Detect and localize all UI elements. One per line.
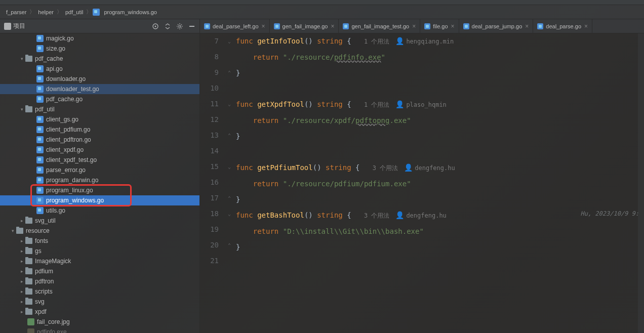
tree-file[interactable]: client_xpdf_test.go <box>0 155 199 165</box>
go-file-icon <box>537 23 543 29</box>
gear-icon[interactable] <box>176 23 183 30</box>
breadcrumb-root[interactable]: f_parser <box>4 9 28 15</box>
close-icon[interactable]: × <box>262 23 265 30</box>
tree-file[interactable]: magick.go <box>0 33 199 44</box>
breadcrumb-file[interactable]: program_windows.go <box>102 9 159 15</box>
editor-scrollbar[interactable] <box>638 33 644 333</box>
locate-icon[interactable] <box>152 23 159 30</box>
folder-label: fonts <box>35 237 48 244</box>
folder-icon <box>25 218 32 224</box>
chevron-right-icon: ▸ <box>19 269 24 274</box>
sidebar-title: 项目 <box>13 22 152 30</box>
image-file-icon <box>27 318 34 325</box>
tree-file[interactable]: pdf_cache.go <box>0 94 199 104</box>
tree-folder[interactable]: ▸xpdf <box>0 307 199 317</box>
tree-folder[interactable]: ▸fonts <box>0 236 199 246</box>
hide-icon[interactable] <box>188 23 195 30</box>
folder-icon <box>25 309 32 315</box>
code-content[interactable]: func getInfoTool() string { 1 个用法👤hengqi… <box>236 33 644 333</box>
tree-file[interactable]: program_darwin.go <box>0 175 199 185</box>
tab[interactable]: gen_fail_image_test.go× <box>339 19 420 33</box>
svg-rect-3 <box>189 26 194 27</box>
tree-file[interactable]: downloader.go <box>0 74 199 84</box>
folder-icon <box>25 268 32 274</box>
tree-folder[interactable]: ▸gs <box>0 246 199 256</box>
tree-folder[interactable]: ▸pdfium <box>0 266 199 276</box>
tab-label: gen_fail_image.go <box>283 23 328 29</box>
tab-label: file.go <box>433 23 448 29</box>
tree-folder[interactable]: ▾pdf_util <box>0 104 199 114</box>
go-file-icon <box>36 86 44 93</box>
chevron-right-icon: ▸ <box>19 259 24 264</box>
tree-file[interactable]: size.go <box>0 44 199 54</box>
folder-label: pdf_cache <box>35 55 63 62</box>
tree-folder[interactable]: ▾pdf_cache <box>0 54 199 64</box>
close-icon[interactable]: × <box>331 23 334 30</box>
file-label: magick.go <box>46 35 74 42</box>
chevron-down-icon: ▾ <box>10 228 15 233</box>
file-label: client_xpdf_test.go <box>46 156 97 163</box>
chevron-right-icon: 〉 <box>85 8 93 16</box>
folder-icon <box>25 288 32 295</box>
file-label: downloader.go <box>46 75 86 82</box>
tree-file[interactable]: program_linux.go <box>0 185 199 195</box>
folder-label: pdfium <box>35 268 53 275</box>
svg-point-1 <box>155 25 156 27</box>
folder-label: scripts <box>35 288 53 295</box>
go-file-icon <box>36 45 44 52</box>
tree-folder[interactable]: ▸scripts <box>0 286 199 297</box>
fold-column[interactable]: ⌄ ⌃ ⌄ ⌃ ⌄ ⌃ ⌄ ⌃ <box>228 33 236 333</box>
folder-label: pdftron <box>35 278 54 285</box>
file-label: client_gs.go <box>46 116 78 123</box>
tree-folder[interactable]: ▾resource <box>0 226 199 236</box>
tree-file[interactable]: client_xpdf.go <box>0 145 199 155</box>
tab[interactable]: deal_parse.go× <box>533 19 592 33</box>
tree-folder[interactable]: ▸pdftron <box>0 276 199 286</box>
folder-icon <box>25 278 32 284</box>
tree-file[interactable]: pdfinfo.exe <box>0 327 199 333</box>
folder-label: resource <box>26 227 50 234</box>
tree-folder[interactable]: ▸ImageMagick <box>0 256 199 266</box>
file-label: downloader_test.go <box>46 86 99 93</box>
tree-file[interactable]: downloader_test.go <box>0 84 199 94</box>
chevron-right-icon: ▸ <box>19 279 24 284</box>
close-icon[interactable]: × <box>451 23 455 30</box>
tree-file[interactable]: fail_core.jpg <box>0 317 199 327</box>
close-icon[interactable]: × <box>412 23 416 30</box>
expand-icon[interactable] <box>164 23 171 30</box>
tab-label: gen_fail_image_test.go <box>351 23 409 29</box>
tree-folder[interactable]: ▸svg_util <box>0 216 199 226</box>
tree-file[interactable]: api.go <box>0 64 199 74</box>
tree-file[interactable]: client_pdftron.go <box>0 135 199 145</box>
go-file-icon <box>36 116 44 123</box>
tab[interactable]: file.go× <box>420 19 459 33</box>
file-label: size.go <box>46 45 65 52</box>
folder-icon <box>25 238 32 244</box>
tree-file[interactable]: client_gs.go <box>0 114 199 124</box>
close-icon[interactable]: × <box>525 23 529 30</box>
breadcrumb-pdfutil[interactable]: pdf_util <box>63 9 85 15</box>
go-file-icon <box>36 197 44 204</box>
chevron-right-icon: ▸ <box>19 248 24 254</box>
folder-icon <box>25 248 32 254</box>
tab[interactable]: deal_parse_jump.go× <box>459 19 534 33</box>
project-tree[interactable]: magick.go size.go ▾pdf_cache api.go down… <box>0 33 199 333</box>
breadcrumb-helper[interactable]: helper <box>36 9 56 15</box>
go-file-icon <box>36 75 44 82</box>
tree-file[interactable]: client_pdfium.go <box>0 124 199 135</box>
tab[interactable]: gen_fail_image.go× <box>270 19 339 33</box>
tree-file[interactable]: utils.go <box>0 205 199 216</box>
go-file-icon <box>274 23 280 29</box>
code-editor[interactable]: 789101112131415161718192021 ⌄ ⌃ ⌄ ⌃ ⌄ ⌃ … <box>200 33 644 333</box>
go-file-icon <box>36 96 44 103</box>
tree-folder[interactable]: ▸svg <box>0 297 199 307</box>
folder-icon <box>25 258 32 264</box>
chevron-right-icon: ▸ <box>19 289 24 294</box>
go-file-icon <box>343 23 349 29</box>
tab[interactable]: deal_parse_left.go× <box>200 19 270 33</box>
tree-file[interactable]: parse_error.go <box>0 165 199 175</box>
folder-label: gs <box>35 247 42 255</box>
close-icon[interactable]: × <box>584 23 588 30</box>
tree-file-selected[interactable]: program_windows.go <box>0 195 199 205</box>
file-label: program_darwin.go <box>46 177 98 184</box>
